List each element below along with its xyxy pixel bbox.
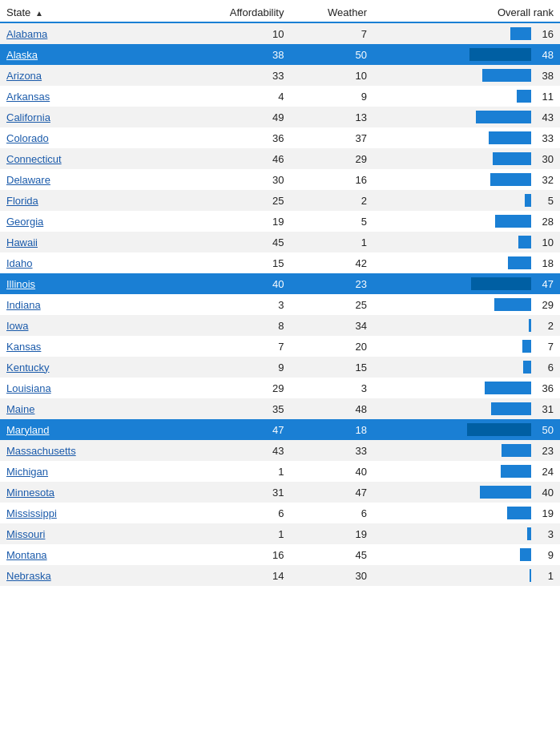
- state-cell[interactable]: Massachusetts: [0, 440, 166, 461]
- state-cell[interactable]: Minnesota: [0, 482, 166, 503]
- table-row[interactable]: Kansas7207: [0, 336, 560, 357]
- state-label: State: [6, 6, 30, 18]
- affordability-cell: 45: [166, 232, 290, 252]
- table-row[interactable]: California491343: [0, 107, 560, 127]
- table-row[interactable]: Montana16459: [0, 544, 560, 565]
- weather-header[interactable]: Weather: [290, 0, 373, 22]
- rank-cell: 3: [373, 523, 560, 544]
- table-row[interactable]: Michigan14024: [0, 461, 560, 482]
- state-cell[interactable]: Montana: [0, 544, 166, 565]
- state-cell[interactable]: Alabama: [0, 22, 166, 44]
- weather-cell: 47: [290, 482, 373, 503]
- rank-bar: [518, 236, 531, 248]
- state-cell[interactable]: Arizona: [0, 65, 166, 86]
- table-row[interactable]: Connecticut462930: [0, 148, 560, 169]
- state-cell[interactable]: Florida: [0, 190, 166, 211]
- weather-label: Weather: [328, 6, 367, 18]
- state-cell[interactable]: Nebraska: [0, 565, 166, 586]
- affordability-cell: 31: [166, 482, 290, 503]
- state-cell[interactable]: Louisiana: [0, 378, 166, 398]
- rank-cell: 36: [373, 378, 560, 398]
- table-row[interactable]: Illinois402347: [0, 273, 560, 294]
- state-cell[interactable]: Arkansas: [0, 86, 166, 107]
- table-row[interactable]: Nebraska14301: [0, 565, 560, 586]
- affordability-cell: 25: [166, 190, 290, 211]
- state-cell[interactable]: Maine: [0, 398, 166, 419]
- weather-cell: 30: [290, 565, 373, 586]
- state-cell[interactable]: Mississippi: [0, 503, 166, 523]
- table-row[interactable]: Massachusetts433323: [0, 440, 560, 461]
- rank-cell: 11: [373, 86, 560, 107]
- state-header[interactable]: State ▲: [0, 0, 166, 22]
- rank-number: 38: [534, 70, 554, 82]
- weather-cell: 50: [290, 44, 373, 65]
- table-row[interactable]: Arizona331038: [0, 65, 560, 86]
- rank-number: 24: [534, 466, 554, 478]
- table-row[interactable]: Arkansas4911: [0, 86, 560, 107]
- state-cell[interactable]: Indiana: [0, 294, 166, 315]
- state-cell[interactable]: Michigan: [0, 461, 166, 482]
- affordability-cell: 14: [166, 565, 290, 586]
- state-cell[interactable]: Illinois: [0, 273, 166, 294]
- rank-cell: 2: [373, 315, 560, 336]
- table-row[interactable]: Maine354831: [0, 398, 560, 419]
- table-row[interactable]: Minnesota314740: [0, 482, 560, 503]
- rank-header[interactable]: Overall rank: [373, 0, 560, 22]
- rank-cell: 1: [373, 565, 560, 586]
- header-row: State ▲ Affordability Weather Overall ra…: [0, 0, 560, 22]
- rank-number: 29: [534, 299, 554, 311]
- rank-cell: 38: [373, 65, 560, 86]
- state-cell[interactable]: Delaware: [0, 169, 166, 190]
- sort-arrow-icon: ▲: [35, 9, 43, 18]
- state-cell[interactable]: Colorado: [0, 127, 166, 148]
- table-row[interactable]: Delaware301632: [0, 169, 560, 190]
- affordability-cell: 3: [166, 294, 290, 315]
- affordability-cell: 15: [166, 252, 290, 273]
- table-row[interactable]: Alaska385048: [0, 44, 560, 65]
- rank-number: 36: [534, 382, 554, 394]
- weather-cell: 37: [290, 127, 373, 148]
- affordability-cell: 40: [166, 273, 290, 294]
- state-cell[interactable]: Connecticut: [0, 148, 166, 169]
- table-row[interactable]: Georgia19528: [0, 211, 560, 232]
- state-cell[interactable]: Hawaii: [0, 232, 166, 252]
- table-row[interactable]: Alabama10716: [0, 22, 560, 44]
- weather-cell: 10: [290, 65, 373, 86]
- table-row[interactable]: Iowa8342: [0, 315, 560, 336]
- table-row[interactable]: Florida2525: [0, 190, 560, 211]
- rank-number: 28: [534, 216, 554, 228]
- rank-number: 50: [534, 424, 554, 436]
- table-row[interactable]: Kentucky9156: [0, 357, 560, 378]
- rank-cell: 50: [373, 419, 560, 440]
- rank-bar: [480, 486, 531, 499]
- affordability-header[interactable]: Affordability: [166, 0, 290, 22]
- table-row[interactable]: Idaho154218: [0, 252, 560, 273]
- table-row[interactable]: Hawaii45110: [0, 232, 560, 252]
- table-row[interactable]: Colorado363733: [0, 127, 560, 148]
- table-row[interactable]: Missouri1193: [0, 523, 560, 544]
- state-cell[interactable]: Georgia: [0, 211, 166, 232]
- weather-cell: 42: [290, 252, 373, 273]
- state-cell[interactable]: Iowa: [0, 315, 166, 336]
- affordability-label: Affordability: [230, 6, 284, 18]
- weather-cell: 45: [290, 544, 373, 565]
- rank-cell: 47: [373, 273, 560, 294]
- table-row[interactable]: Mississippi6619: [0, 503, 560, 523]
- rank-number: 18: [534, 257, 554, 269]
- affordability-cell: 47: [166, 419, 290, 440]
- rank-bar: [471, 277, 531, 290]
- state-cell[interactable]: Missouri: [0, 523, 166, 544]
- table-row[interactable]: Louisiana29336: [0, 378, 560, 398]
- state-cell[interactable]: Kansas: [0, 336, 166, 357]
- rank-bar: [508, 256, 531, 269]
- table-scroll[interactable]: State ▲ Affordability Weather Overall ra…: [0, 0, 560, 735]
- rank-bar: [522, 340, 531, 353]
- rank-bar: [502, 444, 531, 457]
- state-cell[interactable]: Alaska: [0, 44, 166, 65]
- state-cell[interactable]: California: [0, 107, 166, 127]
- table-row[interactable]: Indiana32529: [0, 294, 560, 315]
- table-row[interactable]: Maryland471850: [0, 419, 560, 440]
- state-cell[interactable]: Kentucky: [0, 357, 166, 378]
- state-cell[interactable]: Maryland: [0, 419, 166, 440]
- state-cell[interactable]: Idaho: [0, 252, 166, 273]
